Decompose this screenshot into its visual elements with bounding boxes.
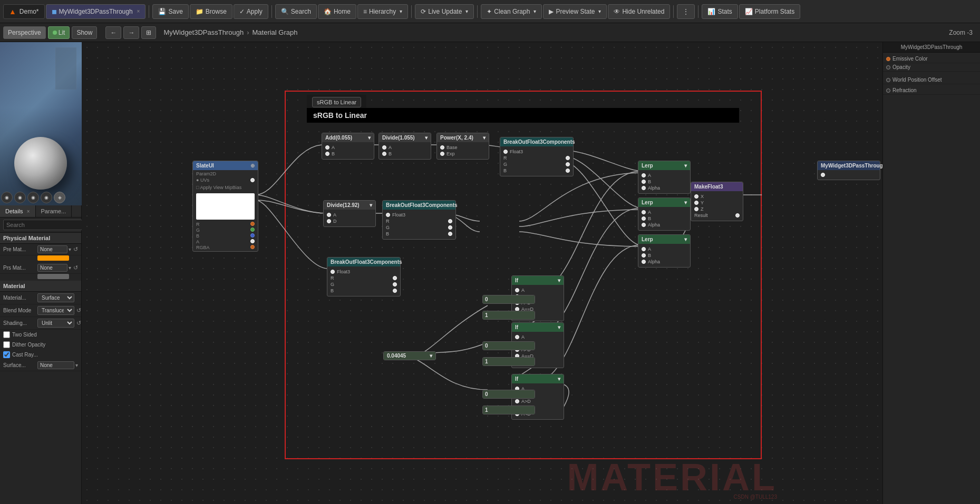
add-a-in[interactable] xyxy=(325,145,329,150)
d1-b-in[interactable] xyxy=(382,152,386,156)
home-button[interactable]: 🏠 Home xyxy=(318,4,356,19)
file-tab[interactable]: ◼ MyWidget3DPassThrough × xyxy=(46,4,146,19)
hierarchy-button[interactable]: ≡ Hierarchy xyxy=(357,4,408,19)
browse-button[interactable]: 📁 Browse xyxy=(190,4,232,19)
bo2-g-out[interactable] xyxy=(448,225,452,230)
slot-a-out[interactable] xyxy=(250,239,255,243)
d1-a-in[interactable] xyxy=(382,145,386,150)
lit-button[interactable]: Lit xyxy=(48,26,70,39)
apply-button[interactable]: ✓ Apply xyxy=(234,4,268,19)
save-button[interactable]: 💾 Save xyxy=(152,4,188,19)
slot-b-out[interactable] xyxy=(250,233,255,238)
bo3-in[interactable] xyxy=(331,270,335,274)
world-pos-pin[interactable] xyxy=(886,78,890,82)
if1-a-in[interactable] xyxy=(515,288,519,292)
node-breakout2[interactable]: BreakOutFloat3Components Float3 R G B xyxy=(382,200,456,240)
node-make-float3[interactable]: MakeFloat3 X Y Z Result xyxy=(691,182,743,221)
surface-dropdown-arrow[interactable]: ▾ xyxy=(75,362,78,368)
pow-exp-in[interactable] xyxy=(440,152,444,156)
wo-in[interactable] xyxy=(821,173,825,177)
lerp2-alpha-in[interactable] xyxy=(642,223,646,227)
refraction-pin[interactable] xyxy=(886,88,890,93)
blend-mode-select[interactable]: Transluce xyxy=(37,306,74,315)
show-button[interactable]: Show xyxy=(72,26,97,39)
live-update-button[interactable]: ⟳ Live Update xyxy=(415,4,474,19)
slot-rgba-out[interactable] xyxy=(250,245,255,249)
lerp1-alpha-in[interactable] xyxy=(642,186,646,190)
dither-opacity-checkbox[interactable] xyxy=(3,341,10,348)
mf3-y-in[interactable] xyxy=(694,201,698,205)
preview-viewport[interactable]: ◉ ◉ ◉ ◉ ◈ xyxy=(0,42,82,205)
bo1-b-out[interactable] xyxy=(566,169,570,173)
details-tab-close[interactable]: × xyxy=(27,209,30,214)
mf3-x-in[interactable] xyxy=(694,194,698,199)
mf3-z-in[interactable] xyxy=(694,207,698,211)
preview-state-button[interactable]: ▶ Preview State xyxy=(543,4,607,19)
slot-uvs-out[interactable] xyxy=(250,178,255,182)
node-lerp2[interactable]: Lerp ▾ A B Alpha xyxy=(638,197,691,231)
demo-tab[interactable]: ▲ Demo* xyxy=(3,4,45,19)
node-slate-ui[interactable]: SlateUI ⊕ Param2D ● UVs □ Apply View Mip… xyxy=(192,161,258,252)
node-power[interactable]: Power(X, 2.4) ▾ Base Exp xyxy=(436,133,489,160)
bo2-b-out[interactable] xyxy=(448,232,452,236)
stats-button[interactable]: 📊 Stats xyxy=(702,4,738,19)
slot-g-out[interactable] xyxy=(250,228,255,232)
pre-mat-dropdown-arrow[interactable]: ▾ xyxy=(69,246,71,252)
node-const-0a[interactable]: 0 xyxy=(482,295,535,304)
pow-base-in[interactable] xyxy=(440,145,444,150)
bo3-g-out[interactable] xyxy=(393,282,397,286)
perspective-button[interactable]: Perspective xyxy=(3,26,46,39)
lerp1-a-in[interactable] xyxy=(642,173,646,177)
details-search-input[interactable] xyxy=(3,220,82,230)
prs-mat-dropdown-arrow[interactable]: ▾ xyxy=(69,265,71,271)
nav-forward-button[interactable]: → xyxy=(123,26,139,39)
node-divide1[interactable]: Divide(1.055) ▾ A B xyxy=(379,133,431,160)
slot-r-out[interactable] xyxy=(250,222,255,226)
if3-agt-in[interactable] xyxy=(515,399,519,403)
material-select[interactable]: Surface xyxy=(37,293,74,302)
graph-area[interactable]: sRGB to Linear sRGB to Linear xyxy=(82,42,882,504)
two-sided-checkbox[interactable] xyxy=(3,331,10,338)
emissive-color-pin[interactable] xyxy=(886,57,890,61)
node-const-1b[interactable]: 1 xyxy=(482,357,535,366)
node-lerp1[interactable]: Lerp ▾ A B Alpha xyxy=(638,161,691,194)
node-breakout3[interactable]: BreakOutFloat3Components Float3 R G B xyxy=(327,257,401,297)
bo1-g-out[interactable] xyxy=(566,162,570,166)
lerp2-b-in[interactable] xyxy=(642,216,646,221)
mf3-result-out[interactable] xyxy=(735,213,740,218)
bo1-r-out[interactable] xyxy=(566,156,570,160)
details-tab[interactable]: Details × xyxy=(0,205,36,217)
bo2-r-out[interactable] xyxy=(448,219,452,223)
bo1-in[interactable] xyxy=(503,150,508,154)
d2-d-in[interactable] xyxy=(327,219,331,223)
lerp2-a-in[interactable] xyxy=(642,210,646,214)
add-b-in[interactable] xyxy=(325,152,329,156)
lerp1-b-in[interactable] xyxy=(642,180,646,184)
preview-icon-5[interactable]: ◈ xyxy=(54,192,65,203)
grid-button[interactable]: ⊞ xyxy=(141,26,156,39)
nav-back-button[interactable]: ← xyxy=(105,26,121,39)
prs-mat-reset[interactable]: ↺ xyxy=(73,264,78,271)
cast-ray-checkbox[interactable] xyxy=(3,351,10,358)
hide-unrelated-button[interactable]: 👁 Hide Unrelated xyxy=(608,4,670,19)
node-widget-output[interactable]: MyWidget3DPassThrough xyxy=(817,161,880,180)
more-button[interactable]: ⋮ xyxy=(677,4,695,19)
bo3-r-out[interactable] xyxy=(393,276,397,280)
node-divide2[interactable]: Divide(12.92) ▾ A D xyxy=(323,200,376,227)
preview-icon-1[interactable]: ◉ xyxy=(1,192,13,203)
search-button[interactable]: 🔍 Search xyxy=(275,4,317,19)
shading-reset[interactable]: ↺ xyxy=(76,320,81,327)
clean-graph-button[interactable]: ✦ Clean Graph xyxy=(481,4,542,19)
node-breakout1[interactable]: BreakOutFloat3Components Float3 R G B xyxy=(500,137,574,176)
node-const-0b[interactable]: 0 xyxy=(482,341,535,350)
d2-a-in[interactable] xyxy=(327,213,331,217)
pre-mat-reset[interactable]: ↺ xyxy=(73,246,78,253)
node-const-0c[interactable]: 0 xyxy=(482,390,535,399)
bo2-in[interactable] xyxy=(386,213,390,217)
shading-select[interactable]: Unlit xyxy=(37,319,74,328)
preview-icon-2[interactable]: ◉ xyxy=(14,192,26,203)
node-const-1a[interactable]: 1 xyxy=(482,311,535,320)
node-lerp3[interactable]: Lerp ▾ A B Alpha xyxy=(638,234,691,268)
params-tab[interactable]: Parame... xyxy=(36,205,72,217)
preview-icon-4[interactable]: ◉ xyxy=(41,192,52,203)
